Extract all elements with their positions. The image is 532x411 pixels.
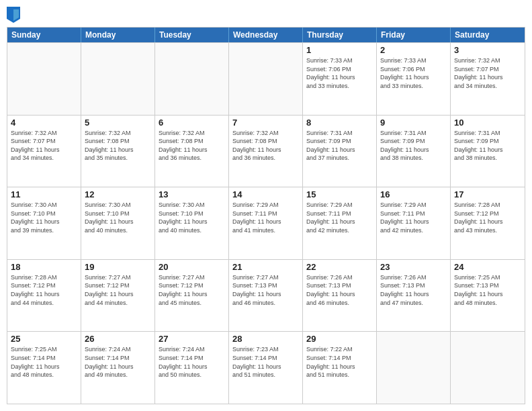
day-number: 6 [159, 118, 225, 128]
cal-cell-28: 28Sunrise: 7:23 AMSunset: 7:14 PMDayligh… [229, 332, 303, 404]
day-number: 20 [159, 262, 225, 272]
day-info: Sunrise: 7:25 AMSunset: 7:13 PMDaylight:… [454, 273, 521, 307]
day-info: Sunrise: 7:26 AMSunset: 7:13 PMDaylight:… [306, 273, 373, 307]
cal-week-5: 25Sunrise: 7:25 AMSunset: 7:14 PMDayligh… [7, 331, 525, 404]
cal-week-3: 11Sunrise: 7:30 AMSunset: 7:10 PMDayligh… [7, 187, 525, 259]
cal-cell-19: 19Sunrise: 7:27 AMSunset: 7:12 PMDayligh… [81, 260, 155, 332]
day-info: Sunrise: 7:27 AMSunset: 7:12 PMDaylight:… [85, 273, 151, 307]
day-number: 28 [232, 334, 299, 344]
cal-cell-1: 1Sunrise: 7:33 AMSunset: 7:06 PMDaylight… [303, 43, 377, 115]
calendar: SundayMondayTuesdayWednesdayThursdayFrid… [7, 27, 525, 404]
cal-cell-6: 6Sunrise: 7:32 AMSunset: 7:08 PMDaylight… [155, 116, 229, 187]
day-number: 3 [454, 45, 521, 55]
cal-cell-17: 17Sunrise: 7:28 AMSunset: 7:12 PMDayligh… [451, 187, 525, 259]
day-info: Sunrise: 7:24 AMSunset: 7:14 PMDaylight:… [85, 345, 151, 379]
cal-header-tuesday: Tuesday [155, 28, 229, 42]
day-info: Sunrise: 7:25 AMSunset: 7:14 PMDaylight:… [11, 345, 77, 379]
day-number: 21 [232, 262, 299, 272]
day-info: Sunrise: 7:32 AMSunset: 7:07 PMDaylight:… [11, 129, 77, 163]
day-number: 11 [11, 189, 77, 199]
cal-header-monday: Monday [81, 28, 155, 42]
cal-cell-16: 16Sunrise: 7:29 AMSunset: 7:11 PMDayligh… [377, 187, 451, 259]
cal-cell-14: 14Sunrise: 7:29 AMSunset: 7:11 PMDayligh… [229, 187, 303, 259]
day-info: Sunrise: 7:32 AMSunset: 7:07 PMDaylight:… [454, 56, 521, 90]
cal-cell-empty-0-0 [7, 43, 81, 115]
logo-icon [7, 7, 20, 23]
day-number: 1 [306, 45, 373, 55]
day-number: 19 [85, 262, 151, 272]
day-info: Sunrise: 7:28 AMSunset: 7:12 PMDaylight:… [11, 273, 77, 307]
day-number: 22 [306, 262, 373, 272]
cal-cell-13: 13Sunrise: 7:30 AMSunset: 7:10 PMDayligh… [155, 187, 229, 259]
cal-cell-27: 27Sunrise: 7:24 AMSunset: 7:14 PMDayligh… [155, 332, 229, 404]
cal-cell-23: 23Sunrise: 7:26 AMSunset: 7:13 PMDayligh… [377, 260, 451, 332]
day-number: 2 [380, 45, 447, 55]
cal-cell-18: 18Sunrise: 7:28 AMSunset: 7:12 PMDayligh… [7, 260, 81, 332]
day-number: 4 [11, 118, 77, 128]
day-number: 18 [11, 262, 77, 272]
cal-week-4: 18Sunrise: 7:28 AMSunset: 7:12 PMDayligh… [7, 259, 525, 332]
day-number: 27 [159, 334, 225, 344]
cal-week-1: 1Sunrise: 7:33 AMSunset: 7:06 PMDaylight… [7, 42, 525, 115]
day-info: Sunrise: 7:29 AMSunset: 7:11 PMDaylight:… [380, 201, 447, 234]
day-number: 25 [11, 334, 77, 344]
cal-cell-2: 2Sunrise: 7:33 AMSunset: 7:06 PMDaylight… [377, 43, 451, 115]
cal-cell-25: 25Sunrise: 7:25 AMSunset: 7:14 PMDayligh… [7, 332, 81, 404]
day-number: 10 [454, 118, 521, 128]
cal-header-friday: Friday [377, 28, 451, 42]
day-info: Sunrise: 7:29 AMSunset: 7:11 PMDaylight:… [232, 201, 299, 234]
cal-cell-empty-0-1 [81, 43, 155, 115]
day-info: Sunrise: 7:31 AMSunset: 7:09 PMDaylight:… [306, 129, 373, 163]
day-number: 26 [85, 334, 151, 344]
day-info: Sunrise: 7:30 AMSunset: 7:10 PMDaylight:… [11, 201, 77, 234]
cal-cell-empty-4-6 [451, 332, 525, 404]
cal-cell-20: 20Sunrise: 7:27 AMSunset: 7:12 PMDayligh… [155, 260, 229, 332]
day-info: Sunrise: 7:33 AMSunset: 7:06 PMDaylight:… [306, 56, 373, 90]
day-number: 23 [380, 262, 447, 272]
day-info: Sunrise: 7:31 AMSunset: 7:09 PMDaylight:… [454, 129, 521, 163]
day-number: 12 [85, 189, 151, 199]
cal-cell-3: 3Sunrise: 7:32 AMSunset: 7:07 PMDaylight… [451, 43, 525, 115]
day-info: Sunrise: 7:22 AMSunset: 7:14 PMDaylight:… [306, 345, 373, 379]
cal-cell-10: 10Sunrise: 7:31 AMSunset: 7:09 PMDayligh… [451, 116, 525, 187]
day-info: Sunrise: 7:33 AMSunset: 7:06 PMDaylight:… [380, 56, 447, 90]
cal-cell-empty-0-3 [229, 43, 303, 115]
cal-cell-empty-0-2 [155, 43, 229, 115]
day-info: Sunrise: 7:31 AMSunset: 7:09 PMDaylight:… [380, 129, 447, 163]
day-number: 17 [454, 189, 521, 199]
day-info: Sunrise: 7:30 AMSunset: 7:10 PMDaylight:… [85, 201, 151, 234]
day-number: 14 [232, 189, 299, 199]
page: SundayMondayTuesdayWednesdayThursdayFrid… [0, 0, 532, 411]
cal-header-thursday: Thursday [303, 28, 377, 42]
cal-cell-7: 7Sunrise: 7:32 AMSunset: 7:08 PMDaylight… [229, 116, 303, 187]
day-number: 29 [306, 334, 373, 344]
day-number: 9 [380, 118, 447, 128]
cal-cell-29: 29Sunrise: 7:22 AMSunset: 7:14 PMDayligh… [303, 332, 377, 404]
day-info: Sunrise: 7:29 AMSunset: 7:11 PMDaylight:… [306, 201, 373, 234]
logo [7, 7, 23, 23]
cal-cell-9: 9Sunrise: 7:31 AMSunset: 7:09 PMDaylight… [377, 116, 451, 187]
day-info: Sunrise: 7:30 AMSunset: 7:10 PMDaylight:… [159, 201, 225, 234]
cal-header-saturday: Saturday [451, 28, 525, 42]
cal-cell-8: 8Sunrise: 7:31 AMSunset: 7:09 PMDaylight… [303, 116, 377, 187]
day-number: 7 [232, 118, 299, 128]
cal-cell-12: 12Sunrise: 7:30 AMSunset: 7:10 PMDayligh… [81, 187, 155, 259]
cal-header-wednesday: Wednesday [229, 28, 303, 42]
day-number: 24 [454, 262, 521, 272]
cal-cell-21: 21Sunrise: 7:27 AMSunset: 7:13 PMDayligh… [229, 260, 303, 332]
cal-cell-11: 11Sunrise: 7:30 AMSunset: 7:10 PMDayligh… [7, 187, 81, 259]
cal-cell-15: 15Sunrise: 7:29 AMSunset: 7:11 PMDayligh… [303, 187, 377, 259]
cal-cell-empty-4-5 [377, 332, 451, 404]
day-info: Sunrise: 7:32 AMSunset: 7:08 PMDaylight:… [232, 129, 299, 163]
cal-cell-4: 4Sunrise: 7:32 AMSunset: 7:07 PMDaylight… [7, 116, 81, 187]
day-number: 16 [380, 189, 447, 199]
cal-header-sunday: Sunday [7, 28, 81, 42]
day-number: 5 [85, 118, 151, 128]
day-info: Sunrise: 7:27 AMSunset: 7:13 PMDaylight:… [232, 273, 299, 307]
day-number: 8 [306, 118, 373, 128]
day-info: Sunrise: 7:32 AMSunset: 7:08 PMDaylight:… [159, 129, 225, 163]
cal-cell-5: 5Sunrise: 7:32 AMSunset: 7:08 PMDaylight… [81, 116, 155, 187]
header [7, 7, 525, 23]
day-info: Sunrise: 7:32 AMSunset: 7:08 PMDaylight:… [85, 129, 151, 163]
cal-cell-24: 24Sunrise: 7:25 AMSunset: 7:13 PMDayligh… [451, 260, 525, 332]
